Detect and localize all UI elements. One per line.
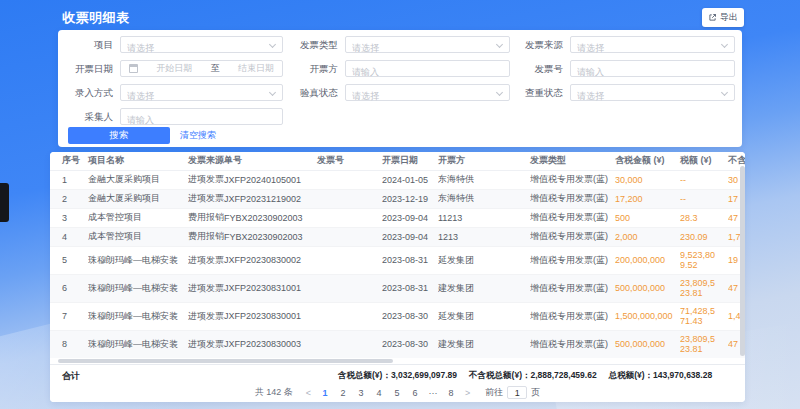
prev-page-button[interactable]: < (305, 388, 312, 398)
cell-project: 成本管控项目 (88, 208, 188, 227)
pagination-total: 共 142 条 (255, 386, 293, 399)
cell-amount-incl: 500,000,000 (615, 330, 680, 358)
table-row[interactable]: 4成本管控项目费用报销FYBX202309020032023-09-041213… (50, 227, 745, 246)
left-edge-scrollbar-artifact (0, 183, 9, 222)
col-project-name: 项目名称 (88, 152, 188, 170)
export-icon (708, 13, 717, 22)
page-button-1[interactable]: 1 (320, 388, 330, 398)
cell-source: 进项发票 (188, 246, 224, 274)
col-issuer: 开票方 (438, 152, 530, 170)
cell-date: 2023-09-04 (382, 208, 438, 227)
table-row[interactable]: 1金融大厦采购项目进项发票JXFP202401050012024-01-05东海… (50, 170, 745, 189)
cell-amount-incl: 200,000,000 (615, 246, 680, 274)
page-button-6[interactable]: 6 (410, 388, 420, 398)
col-invoice-source: 发票来源 (188, 152, 224, 170)
col-tax: 税额 (¥) (680, 152, 728, 170)
page-button-5[interactable]: 5 (392, 388, 402, 398)
page-title: 收票明细表 (62, 9, 130, 27)
cell-tax: 23,809,523.81 (680, 330, 728, 358)
dup-check-status-select-input[interactable] (571, 89, 734, 104)
cell-date: 2023-08-30 (382, 330, 438, 358)
collector-field[interactable] (120, 108, 283, 125)
table-scroll-area: 序号 项目名称 发票来源 单号 发票号 开票日期 开票方 发票类型 含税金额 (… (50, 152, 745, 358)
cell-amount-incl: 1,500,000,000 (615, 302, 680, 330)
verify-status-label: 验真状态 (258, 84, 338, 101)
col-order-no: 单号 (224, 152, 317, 170)
cell-amount-incl: 500,000,000 (615, 274, 680, 302)
cell-type: 增值税专用发票(蓝) (530, 274, 615, 302)
invoice-table: 序号 项目名称 发票来源 单号 发票号 开票日期 开票方 发票类型 含税金额 (… (50, 152, 745, 358)
cell-source: 费用报销 (188, 227, 224, 246)
cell-type: 增值税专用发票(蓝) (530, 302, 615, 330)
collector-input[interactable] (121, 113, 282, 128)
table-row[interactable]: 5珠穆朗玛峰—电梯安装进项发票JXFP202308300022023-08-31… (50, 246, 745, 274)
table-row[interactable]: 8珠穆朗玛峰—电梯安装进项发票JXFP202308300032023-08-30… (50, 330, 745, 358)
invoice-number-label: 发票号 (483, 60, 563, 77)
cell-order-no: JXFP20230830002 (224, 246, 317, 274)
dup-check-status-select[interactable] (570, 84, 735, 101)
total-excl-tax-value: 2,888,728,459.62 (530, 370, 596, 380)
invoice-number-field[interactable] (570, 60, 735, 77)
cell-project: 成本管控项目 (88, 227, 188, 246)
cell-invoice-no (317, 274, 382, 302)
entry-method-label: 录入方式 (58, 84, 113, 101)
cell-source: 进项发票 (188, 170, 224, 189)
total-excl-tax: 不含税总额(¥)：2,888,728,459.62 (469, 370, 597, 382)
col-invoice-date: 开票日期 (382, 152, 438, 170)
cell-date: 2023-08-31 (382, 246, 438, 274)
invoice-number-input[interactable] (571, 65, 734, 80)
cell-date: 2023-08-30 (382, 302, 438, 330)
export-button[interactable]: 导出 (702, 8, 744, 27)
invoice-source-select-input[interactable] (571, 41, 734, 56)
table-header-row: 序号 项目名称 发票来源 单号 发票号 开票日期 开票方 发票类型 含税金额 (… (50, 152, 745, 170)
table-row[interactable]: 2金融大厦采购项目进项发票JXFP202312190022023-12-19东海… (50, 189, 745, 208)
cell-project: 珠穆朗玛峰—电梯安装 (88, 246, 188, 274)
cell-amount-incl: 17,200 (615, 189, 680, 208)
cell-invoice-no (317, 302, 382, 330)
page-button-4[interactable]: 4 (374, 388, 384, 398)
cell-invoice-no (317, 330, 382, 358)
next-page-button[interactable]: > (464, 388, 471, 398)
cell-seq: 1 (50, 170, 88, 189)
clear-search-link[interactable]: 清空搜索 (180, 127, 216, 144)
page-jump-input[interactable] (507, 386, 527, 399)
cell-invoice-no (317, 170, 382, 189)
cell-date: 2023-09-04 (382, 227, 438, 246)
page-button-2[interactable]: 2 (338, 388, 348, 398)
cell-seq: 3 (50, 208, 88, 227)
table-row[interactable]: 7珠穆朗玛峰—电梯安装进项发票JXFP202308300012023-08-30… (50, 302, 745, 330)
col-invoice-type: 发票类型 (530, 152, 615, 170)
cell-seq: 6 (50, 274, 88, 302)
cell-type: 增值税专用发票(蓝) (530, 189, 615, 208)
table-row[interactable]: 6珠穆朗玛峰—电梯安装进项发票JXFP202308310012023-08-31… (50, 274, 745, 302)
vertical-scrollbar[interactable] (740, 166, 745, 356)
cell-project: 珠穆朗玛峰—电梯安装 (88, 330, 188, 358)
pages-ellipsis[interactable]: ··· (428, 388, 438, 398)
cell-issuer: 延发集团 (438, 246, 530, 274)
cell-date: 2023-12-19 (382, 189, 438, 208)
cell-project: 珠穆朗玛峰—电梯安装 (88, 302, 188, 330)
cell-invoice-no (317, 189, 382, 208)
page-jumper: 前往 页 (485, 386, 540, 399)
search-button[interactable]: 搜索 (68, 127, 170, 144)
cell-seq: 5 (50, 246, 88, 274)
cell-source: 进项发票 (188, 302, 224, 330)
invoice-source-select[interactable] (570, 36, 735, 53)
date-range-separator: 至 (211, 62, 220, 75)
page-button-8[interactable]: 8 (446, 388, 456, 398)
table-row[interactable]: 3成本管控项目费用报销FYBX202309020032023-09-041121… (50, 208, 745, 227)
cell-type: 增值税专用发票(蓝) (530, 208, 615, 227)
page-button-3[interactable]: 3 (356, 388, 366, 398)
cell-issuer: 东海特供 (438, 170, 530, 189)
issuer-label: 开票方 (258, 60, 338, 77)
cell-tax: 230.09 (680, 227, 728, 246)
dup-check-status-label: 查重状态 (483, 84, 563, 101)
date-start-placeholder[interactable]: 开始日期 (156, 62, 192, 75)
cell-type: 增值税专用发票(蓝) (530, 330, 615, 358)
horizontal-scrollbar[interactable] (58, 359, 393, 363)
total-tax-value: 143,970,638.28 (653, 370, 712, 380)
invoice-table-panel: 序号 项目名称 发票来源 单号 发票号 开票日期 开票方 发票类型 含税金额 (… (50, 152, 745, 402)
pagination-bar: 共 142 条 < 1 2 3 4 5 6 ··· 8 > 前往 页 (50, 383, 745, 402)
cell-issuer: 建发集团 (438, 330, 530, 358)
cell-order-no: JXFP20231219002 (224, 189, 317, 208)
